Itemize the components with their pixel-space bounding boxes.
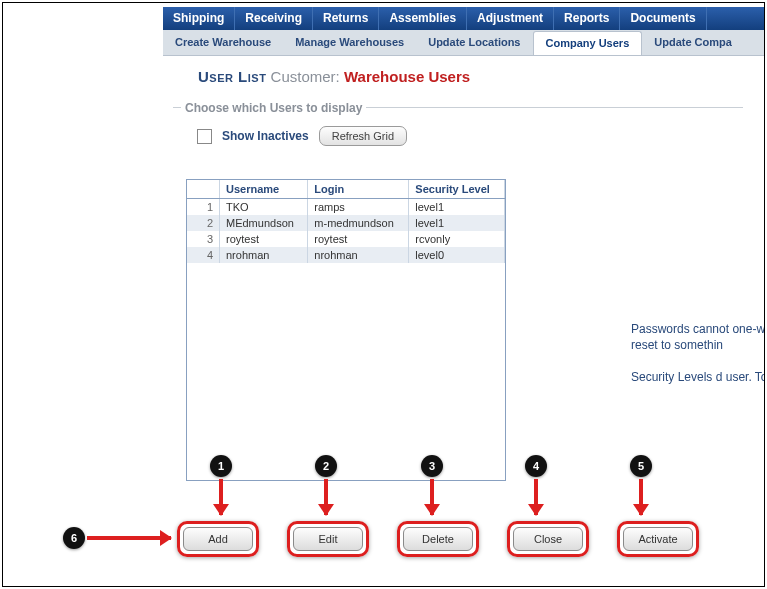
nav2-manage-warehouses[interactable]: Manage Warehouses <box>283 30 416 55</box>
cell-rownum: 4 <box>187 247 220 263</box>
side-info-security: Security Levels d user. To see deta <box>631 369 765 385</box>
cell-login: m-medmundson <box>308 215 409 231</box>
title-customer-label: Customer: <box>271 68 340 85</box>
callout-3: 3 <box>421 455 443 477</box>
cell-login: ramps <box>308 199 409 216</box>
action-bar: Add Edit Delete Close Activate <box>177 521 699 557</box>
side-info-passwords: Passwords cannot one-way encrypti reset … <box>631 321 765 353</box>
nav2-update-locations[interactable]: Update Locations <box>416 30 532 55</box>
filter-row: Show Inactives Refresh Grid <box>197 126 743 146</box>
title-customer: Warehouse Users <box>344 68 470 85</box>
action-close-wrap: Close <box>507 521 589 557</box>
cell-rownum: 3 <box>187 231 220 247</box>
table-row[interactable]: 2 MEdmundson m-medmundson level1 <box>187 215 505 231</box>
callout-2-arrow <box>324 479 328 515</box>
callout-4-arrow <box>534 479 538 515</box>
filter-panel: Choose which Users to display Show Inact… <box>173 101 743 154</box>
callout-4: 4 <box>525 455 547 477</box>
callout-1-arrow <box>219 479 223 515</box>
add-button[interactable]: Add <box>183 527 253 551</box>
primary-nav: Shipping Receiving Returns Assemblies Ad… <box>163 7 764 31</box>
table-row[interactable]: 3 roytest roytest rcvonly <box>187 231 505 247</box>
users-grid[interactable]: Username Login Security Level 1 TKO ramp… <box>186 179 506 481</box>
callout-2: 2 <box>315 455 337 477</box>
nav1-documents[interactable]: Documents <box>620 7 706 30</box>
highlight-ring: Edit <box>287 521 369 557</box>
activate-button[interactable]: Activate <box>623 527 693 551</box>
nav1-receiving[interactable]: Receiving <box>235 7 313 30</box>
table-row[interactable]: 1 TKO ramps level1 <box>187 199 505 216</box>
edit-button[interactable]: Edit <box>293 527 363 551</box>
nav1-shipping[interactable]: Shipping <box>163 7 235 30</box>
nav2-create-warehouse[interactable]: Create Warehouse <box>163 30 283 55</box>
cell-rownum: 1 <box>187 199 220 216</box>
callout-5: 5 <box>630 455 652 477</box>
show-inactives-checkbox[interactable] <box>197 129 212 144</box>
col-rownum <box>187 180 220 199</box>
highlight-ring: Add <box>177 521 259 557</box>
callout-6: 6 <box>63 527 85 549</box>
nav1-reports[interactable]: Reports <box>554 7 620 30</box>
action-delete-wrap: Delete <box>397 521 479 557</box>
table-row[interactable]: 4 nrohman nrohman level0 <box>187 247 505 263</box>
col-security[interactable]: Security Level <box>409 180 505 199</box>
users-table: Username Login Security Level 1 TKO ramp… <box>187 180 505 263</box>
cell-login: nrohman <box>308 247 409 263</box>
page-title: User List Customer: Warehouse Users <box>198 68 470 85</box>
nav2-company-users[interactable]: Company Users <box>533 31 643 55</box>
highlight-ring: Delete <box>397 521 479 557</box>
cell-level: level1 <box>409 199 505 216</box>
refresh-grid-button[interactable]: Refresh Grid <box>319 126 407 146</box>
panel-legend: Choose which Users to display <box>181 101 366 115</box>
title-main: User List <box>198 68 266 85</box>
action-edit-wrap: Edit <box>287 521 369 557</box>
close-button[interactable]: Close <box>513 527 583 551</box>
nav1-assemblies[interactable]: Assemblies <box>379 7 467 30</box>
nav2-update-company[interactable]: Update Compa <box>642 30 744 55</box>
cell-level: level1 <box>409 215 505 231</box>
cell-username: nrohman <box>220 247 308 263</box>
cell-username: MEdmundson <box>220 215 308 231</box>
cell-login: roytest <box>308 231 409 247</box>
col-login[interactable]: Login <box>308 180 409 199</box>
nav1-adjustment[interactable]: Adjustment <box>467 7 554 30</box>
callout-5-arrow <box>639 479 643 515</box>
highlight-ring: Activate <box>617 521 699 557</box>
col-username[interactable]: Username <box>220 180 308 199</box>
delete-button[interactable]: Delete <box>403 527 473 551</box>
cell-rownum: 2 <box>187 215 220 231</box>
nav1-returns[interactable]: Returns <box>313 7 379 30</box>
highlight-ring: Close <box>507 521 589 557</box>
callout-6-arrow <box>87 536 171 540</box>
app-frame: Shipping Receiving Returns Assemblies Ad… <box>2 2 765 587</box>
show-inactives-label: Show Inactives <box>222 129 309 143</box>
cell-username: roytest <box>220 231 308 247</box>
cell-level: level0 <box>409 247 505 263</box>
cell-username: TKO <box>220 199 308 216</box>
callout-3-arrow <box>430 479 434 515</box>
callout-1: 1 <box>210 455 232 477</box>
action-add-wrap: Add <box>177 521 259 557</box>
cell-level: rcvonly <box>409 231 505 247</box>
secondary-nav: Create Warehouse Manage Warehouses Updat… <box>163 30 764 56</box>
side-info: Passwords cannot one-way encrypti reset … <box>631 321 765 402</box>
action-activate-wrap: Activate <box>617 521 699 557</box>
